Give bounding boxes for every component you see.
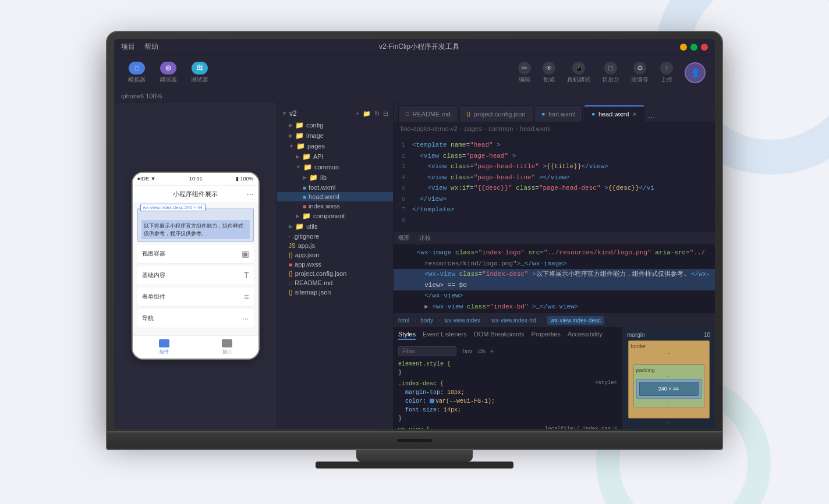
box-bottom-dim: - [668,420,669,425]
element-html[interactable]: html [398,317,409,324]
file-lib[interactable]: 📁 lib [277,172,393,183]
file-head-wxml[interactable]: ■ head.wxml [277,192,393,201]
menu-item-project[interactable]: 项目 [121,42,135,52]
tab-head-wxml-close[interactable]: ✕ [632,111,637,118]
tab-project-config-label: project.config.json [474,111,526,118]
file-readme[interactable]: □ README.md [277,278,393,288]
explorer-new-folder-icon[interactable]: 📁 [363,110,371,118]
gitignore-icon: · [289,233,290,240]
file-index-wxss[interactable]: ■ index.wxss [277,201,393,211]
preview-label: 预览 [543,76,555,84]
pages-folder-icon: 📁 [296,142,305,150]
phone-status-bar: ●IDE ▼ 10:01 ▮ 100% [133,173,258,186]
file-project-config[interactable]: {} project.config.json [277,269,393,278]
close-button[interactable] [701,44,708,51]
element-wx-view-index-desc[interactable]: wx-view.index-desc [547,316,604,325]
lib-folder-icon: 📁 [309,173,318,182]
file-gitignore[interactable]: · .gitignore [277,232,393,241]
clear-cache-action[interactable]: ♻ 清缓存 [631,62,649,84]
api-chevron [296,154,300,159]
common-folder-icon: 📁 [303,163,312,171]
file-app-json[interactable]: {} app.json [277,250,393,260]
explorer-new-file-icon[interactable]: + [356,110,359,118]
readme-label: README.md [295,279,332,286]
user-avatar[interactable]: 👤 [685,62,706,83]
edit-action[interactable]: ✏ 编辑 [518,62,531,84]
edit-label: 编辑 [519,76,530,84]
explorer-refresh-icon[interactable]: ↻ [374,110,380,118]
tab-properties[interactable]: Properties [532,331,561,340]
html-view-diagram[interactable]: 概图 [398,234,410,242]
html-line-3: <wx-view class="index-desc" >以下将展示小程序官方组… [394,269,715,280]
explorer-collapse-icon[interactable]: ⊟ [383,110,388,118]
tab-accessibility[interactable]: Accessibility [568,331,603,340]
preview-action[interactable]: 👁 预览 [543,62,555,84]
app-wxss-icon: ■ [289,261,292,268]
foot-wxml-icon: ■ [303,184,306,191]
tab-head-wxml[interactable]: ■ head.wxml ✕ [584,105,644,122]
index-wxss-icon: ■ [303,203,306,210]
html-view-compare[interactable]: 比较 [419,234,431,242]
head-wxml-icon: ■ [303,194,306,200]
laptop-container: 项目 帮助 v2-FinClip小程序开发工具 □ [106,31,723,473]
phone-content: wx-view.index-desc 240 × 44 以下将展示小程序官方组件… [133,203,258,335]
view-container-icon: ▣ [242,249,249,258]
debugger-button[interactable]: ◎ 调试器 [155,59,182,86]
phone-title-dots[interactable]: ··· [247,189,254,198]
file-component[interactable]: 📁 component [277,211,393,221]
component-chevron [296,213,300,219]
tab-foot-wxml[interactable]: ■ foot.wxml [534,105,583,122]
file-image[interactable]: 📁 image [277,130,393,141]
upload-label: 上传 [661,76,672,84]
tab-dom-breakpoints[interactable]: DOM Breakpoints [474,331,525,340]
device-info-bar: iphone6 100% [114,90,715,102]
file-config[interactable]: 📁 config [277,120,393,130]
file-pages[interactable]: 📁 pages [277,141,393,151]
code-line-4: 4 <view class="page-head-line" ></view> [394,172,715,183]
common-label: common [314,164,339,171]
tab-overflow-button[interactable]: ··· [646,112,657,122]
file-common[interactable]: 📁 common [277,162,393,172]
code-view: 1 <template name="head" > 2 [394,135,715,429]
filter-hover[interactable]: :hov [461,348,472,354]
device-debug-action[interactable]: 📱 真机调试 [567,62,590,84]
minimize-button[interactable] [680,44,687,51]
element-body[interactable]: body [420,317,433,324]
tab-event-listeners[interactable]: Event Listeners [423,331,467,340]
file-app-js[interactable]: JS app.js [277,241,393,250]
testkit-button[interactable]: 出 测试套 [186,59,213,86]
menu-bar: 项目 帮助 [121,42,158,52]
phone-list-item-2: 表单组件 ≡ [137,288,254,307]
code-editor[interactable]: 1 <template name="head" > 2 [394,135,715,231]
config-folder-icon: 📁 [295,121,304,129]
filter-plus[interactable]: + [490,348,494,354]
root-chevron[interactable] [282,111,287,116]
nav-icon: ··· [242,314,249,323]
background-action[interactable]: □ 切后台 [602,62,619,84]
laptop-bottom [106,432,723,450]
upload-action[interactable]: ↑ 上传 [660,62,673,84]
css-rule-index-desc: .index-desc { <style> margin-top: 10px; … [398,379,617,423]
device-model: iphone6 [121,93,144,100]
filter-input[interactable] [398,346,456,356]
tab-styles[interactable]: Styles [398,331,416,340]
status-right: ▮ 100% [236,176,254,182]
code-line-3: 3 <view class="page-head-title" >{{title… [394,161,715,172]
file-utils[interactable]: 📁 utils [277,221,393,232]
menu-item-help[interactable]: 帮助 [144,42,158,52]
file-sitemap[interactable]: {} sitemap.json [277,288,393,297]
simulator-button[interactable]: □ 模拟器 [123,59,150,86]
file-api[interactable]: 📁 API [277,151,393,162]
maximize-button[interactable] [690,44,697,51]
tab-project-config[interactable]: {} project.config.json [459,105,533,122]
nav-interface[interactable]: 接口 [196,336,258,359]
nav-components[interactable]: 组件 [133,336,196,359]
file-app-wxss[interactable]: ■ app.wxss [277,260,393,269]
box-padding: 240 × 44 [636,379,702,399]
element-wx-view-index-hd[interactable]: wx-view.index-hd [491,317,536,324]
laptop-foot [316,462,513,468]
file-foot-wxml[interactable]: ■ foot.wxml [277,183,393,192]
element-wx-view-index[interactable]: wx-view.index [444,317,480,324]
filter-cls[interactable]: .cls [477,348,486,354]
tab-readme[interactable]: □ README.md [398,105,458,122]
